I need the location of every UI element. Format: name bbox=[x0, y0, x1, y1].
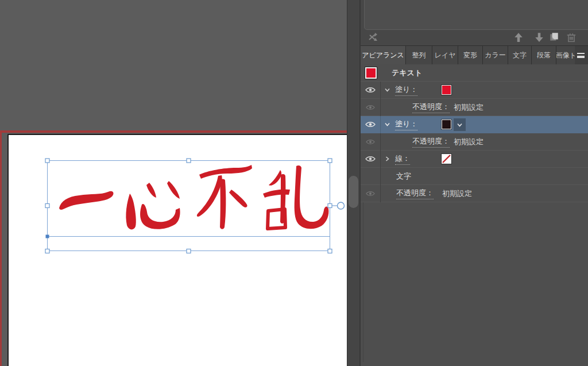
text-out-port-handle[interactable] bbox=[338, 202, 345, 209]
stroke-label[interactable]: 線： bbox=[395, 153, 410, 165]
upper-panel-list bbox=[364, 0, 588, 30]
column-divider bbox=[380, 133, 381, 151]
visibility-toggle[interactable] bbox=[361, 151, 380, 168]
vertical-scrollbar[interactable] bbox=[347, 0, 359, 366]
column-divider bbox=[380, 99, 381, 116]
fill-label[interactable]: 塗り： bbox=[395, 84, 417, 96]
opacity-value[interactable]: 初期設定 bbox=[454, 102, 483, 113]
eye-icon bbox=[365, 156, 376, 162]
fill-label[interactable]: 塗り： bbox=[395, 119, 417, 130]
new-item-icon[interactable] bbox=[549, 32, 559, 43]
eye-placeholder bbox=[361, 168, 380, 185]
trash-icon[interactable] bbox=[566, 32, 577, 43]
column-divider bbox=[380, 151, 381, 168]
opacity-value[interactable]: 初期設定 bbox=[442, 188, 472, 199]
tab-paragraph[interactable]: 段落 bbox=[532, 46, 556, 65]
panel-menu-button[interactable] bbox=[575, 46, 586, 65]
opacity-row-2[interactable]: 不透明度： 初期設定 bbox=[361, 133, 588, 151]
eye-dim-icon bbox=[366, 105, 375, 110]
object-type-label: テキスト bbox=[392, 68, 422, 78]
visibility-toggle[interactable] bbox=[361, 99, 380, 116]
tab-align[interactable]: 整列 bbox=[406, 46, 432, 65]
tab-transform[interactable]: 変形 bbox=[458, 46, 483, 65]
panel-tab-bar: アピアランス 整列 レイヤ 変形 カラー 文字 段落 画像ト bbox=[361, 45, 588, 64]
fill-color-swatch[interactable] bbox=[442, 85, 451, 95]
opacity-row-1[interactable]: 不透明度： 初期設定 bbox=[361, 99, 588, 116]
canvas-overlay bbox=[0, 0, 347, 366]
column-divider bbox=[380, 82, 381, 99]
opacity-label[interactable]: 不透明度： bbox=[412, 102, 450, 113]
stroke-row[interactable]: 線： bbox=[361, 151, 588, 168]
column-divider bbox=[380, 185, 381, 202]
tab-layers[interactable]: レイヤ bbox=[432, 46, 458, 65]
eye-icon bbox=[365, 87, 376, 93]
upper-panel-toolbar bbox=[361, 30, 588, 45]
root-opacity-row[interactable]: 不透明度： 初期設定 bbox=[361, 185, 588, 202]
fill-row-2-selected[interactable]: 塗り： bbox=[361, 116, 588, 133]
stroke-none-swatch[interactable] bbox=[442, 154, 451, 164]
opacity-label[interactable]: 不透明度： bbox=[412, 136, 450, 148]
panel-dock: アピアランス 整列 レイヤ 変形 カラー 文字 段落 画像ト テキスト bbox=[361, 0, 588, 366]
none-diagonal-icon bbox=[442, 155, 451, 163]
visibility-toggle[interactable] bbox=[361, 185, 380, 202]
eye-dim-icon bbox=[366, 139, 375, 145]
tab-image-trace[interactable]: 画像ト bbox=[556, 46, 577, 65]
arrow-up-icon[interactable] bbox=[513, 32, 524, 43]
eye-dim-icon bbox=[366, 191, 375, 197]
arrow-down-icon[interactable] bbox=[534, 32, 544, 43]
fill-row-1[interactable]: 塗り： bbox=[361, 82, 588, 99]
selection-handles[interactable] bbox=[45, 159, 332, 253]
object-color-thumbnail bbox=[365, 67, 377, 79]
chevron-down-icon[interactable] bbox=[384, 87, 390, 93]
scrollbar-thumb[interactable] bbox=[349, 176, 358, 208]
tab-character[interactable]: 文字 bbox=[508, 46, 532, 65]
list-left-border bbox=[363, 202, 363, 362]
appearance-object-row[interactable]: テキスト bbox=[361, 64, 588, 82]
upper-panel-bottom bbox=[361, 0, 588, 45]
document-pasteboard[interactable]: 一心不乱 bbox=[0, 0, 347, 366]
opacity-label[interactable]: 不透明度： bbox=[396, 188, 434, 199]
swap-arrows-icon[interactable] bbox=[368, 32, 378, 43]
chevron-right-icon[interactable] bbox=[384, 156, 390, 162]
hamburger-menu-icon bbox=[577, 53, 585, 58]
illustrator-workspace: 一心不乱 bbox=[0, 0, 588, 366]
chevron-down-icon[interactable] bbox=[384, 121, 390, 128]
baseline-anchor-handle[interactable] bbox=[46, 235, 49, 238]
eye-icon bbox=[365, 121, 376, 128]
opacity-value[interactable]: 初期設定 bbox=[454, 137, 483, 147]
visibility-toggle[interactable] bbox=[361, 133, 380, 151]
visibility-toggle[interactable] bbox=[361, 116, 380, 133]
chevron-down-icon bbox=[457, 122, 463, 128]
characters-group-row[interactable]: 文字 bbox=[361, 168, 588, 185]
tab-color[interactable]: カラー bbox=[483, 46, 508, 65]
characters-label: 文字 bbox=[396, 171, 411, 182]
calligraphy-text[interactable] bbox=[59, 165, 328, 229]
column-divider bbox=[380, 116, 381, 133]
column-divider bbox=[380, 168, 381, 185]
visibility-toggle[interactable] bbox=[361, 82, 380, 99]
appearance-list: テキスト 塗り： bbox=[361, 64, 588, 202]
tab-appearance[interactable]: アピアランス bbox=[361, 46, 406, 65]
fill-color-swatch[interactable] bbox=[442, 120, 451, 129]
swatch-dropdown-button[interactable] bbox=[454, 118, 466, 131]
